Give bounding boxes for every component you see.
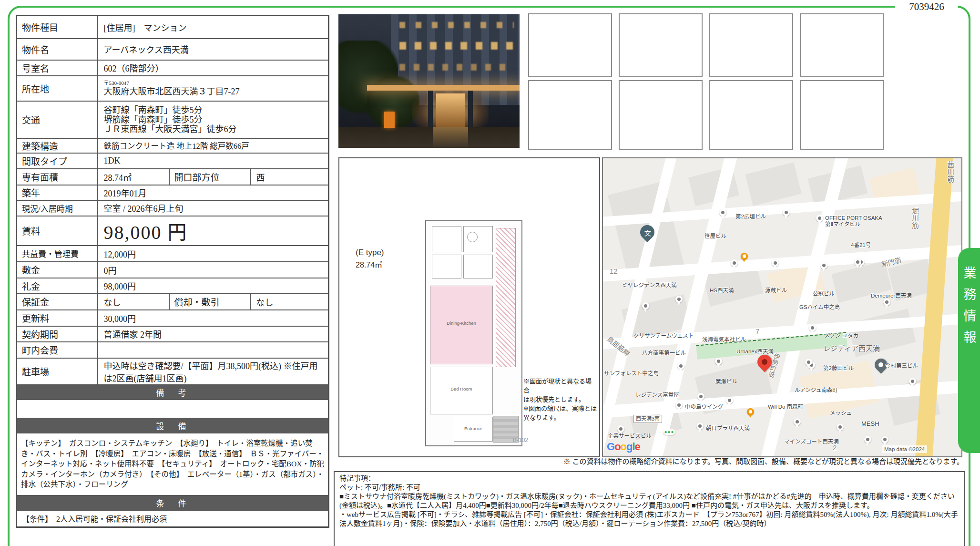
map-number-label: 7 [755, 328, 759, 334]
map-label: Will Do 南森町 [768, 404, 803, 410]
special-notes-block: 特記事項： ペット: 不可/事務所: 不可 ■ミストサウナ付浴室暖房乾燥機(ミス… [334, 471, 965, 546]
room-no-value: 602（6階部分） [98, 60, 329, 76]
map-pin [805, 359, 812, 366]
row-equipment: 【キッチン】 ガスコンロ・システムキッチン 【水廻り】 トイレ・浴室乾燥機・追い… [17, 433, 329, 495]
map-label: GSハイム中之島 [799, 304, 840, 310]
map-pin [697, 393, 704, 400]
floorplan-note: ※図面が現状と異なる場合 は現状優先とします。 ※図面の縮尺は、実際とは 異なり… [523, 377, 597, 422]
map-pin [864, 436, 871, 443]
floorplan-hall [463, 255, 493, 278]
row-town-fee: 町内会費 [17, 342, 329, 358]
map-label: 廣瀬ビル [715, 379, 737, 385]
row-access: 交通 谷町線「南森町」徒歩5分 堺筋線「南森町」徒歩5分 ＪＲ東西線「大阪天満宮… [17, 101, 329, 138]
traffic-light-icon: ●●● [663, 429, 675, 435]
conditions-header: 条 件 [17, 495, 329, 510]
photo-sign [384, 112, 395, 128]
map-pin [677, 362, 684, 370]
property-type-label: 物件種目 [17, 16, 98, 39]
floorplan-type-label: (E type) [356, 248, 384, 258]
rent-amount: 98,000 円 [104, 222, 188, 243]
floorplan-washer-icon [467, 232, 478, 242]
map-label: ルアンジュ南森町 [795, 387, 838, 393]
photo-ground [338, 127, 520, 148]
google-logo: Google [607, 441, 640, 453]
map-pin [881, 436, 888, 443]
property-table: 物件種目 [住居用] マンション 物件名 アーバネックス西天満 号室名 602（… [16, 15, 329, 528]
property-type-value: [住居用] マンション [98, 16, 329, 39]
business-info-tab[interactable]: 業務情報 [958, 248, 980, 453]
map-pin [772, 259, 779, 267]
status-value: 空室 / 2026年6月上旬 [98, 200, 329, 216]
structure-value: 鉄筋コンクリート造 地上12階 総戸数66戸 [98, 138, 329, 153]
special-notes-title: 特記事項： [339, 474, 959, 483]
photo-placeholder-box [528, 13, 612, 77]
contract-label: 契約期間 [17, 326, 98, 342]
property-name-value: アーバネックス西天満 [98, 39, 329, 60]
map-label: 笹屋ビル [704, 233, 726, 239]
map-pin [909, 378, 916, 385]
row-remarks-header: 備 考 [17, 385, 329, 400]
floorplan-drawing: Dining-Kitchen Bed Room Entrance [425, 220, 522, 446]
map-number-label: 12 [610, 268, 618, 274]
special-notes-pets: ペット: 不可/事務所: 不可 [339, 483, 959, 492]
photo-lit-windows [399, 42, 514, 50]
floorplan-bedroom: Bed Room [430, 367, 493, 414]
access-value: 谷町線「南森町」徒歩5分 堺筋線「南森町」徒歩5分 ＪＲ東西線「大阪天満宮」徒歩… [98, 101, 329, 138]
map-pin [883, 299, 890, 306]
map-pin [642, 302, 649, 309]
renewal-fee-label: 更新料 [17, 310, 98, 326]
row-common-fee: 共益費・管理費 12,000円 [17, 246, 329, 262]
area-label: 専有面積 [17, 169, 98, 185]
parking-value: 申込時は空き確認要/【平面】月38,500円(税込) ※住戸用は2区画(店舗用1… [98, 358, 329, 385]
town-fee-label: 町内会費 [17, 342, 98, 358]
map-pin [783, 209, 790, 216]
floorplan-toilet [432, 255, 461, 278]
photo-light-reflection [433, 127, 468, 148]
photo-lit-windows [399, 64, 514, 71]
map-pin [816, 215, 823, 222]
rent-label: 賃料 [17, 216, 98, 246]
rent-value: 98,000 円 [98, 216, 329, 246]
map-label: 中の島ウイング [685, 404, 724, 410]
restaurant-pin: Ψ [741, 253, 748, 260]
room-no-label: 号室名 [17, 60, 98, 76]
map-label: Urbanex西天満 [736, 349, 774, 355]
row-conditions: 【条件】 2人入居可能・保証会社利用必須 [17, 510, 329, 527]
map-pin [794, 418, 801, 425]
map-label: OFFICE PORT OSAKA 第Ⅱマイタビル [825, 215, 882, 227]
floorplan-unit-number: B-102 [513, 437, 528, 443]
disclaimer-notice: ※ この資料は物件の概略紹介資料になります。写真、間取図面、設備、概要などが現況… [334, 456, 964, 466]
floorplan-dk-label: Dining-Kitchen [430, 320, 492, 326]
row-layout: 間取タイプ 1DK [17, 153, 329, 169]
map-pin [854, 258, 861, 266]
row-rent: 賃料 98,000 円 [17, 216, 329, 246]
property-name-label: 物件名 [17, 39, 98, 60]
layout-value: 1DK [98, 153, 329, 169]
location-map: 文 Ψ Ψ ●●● 第2広垣ビル 笹屋ビル OFFICE PO [602, 157, 962, 457]
opening-direction-label: 開口部方位 [169, 169, 250, 185]
map-label: MESH [861, 421, 879, 427]
area-value: 28.74㎡ [98, 169, 169, 185]
map-label: 八方商事第一ビル [642, 350, 686, 356]
parking-label: 駐車場 [17, 358, 98, 385]
floorplan-entrance-label: Entrance [454, 426, 492, 431]
row-key-money: 礼金 98,000円 [17, 278, 329, 294]
row-property-type: 物件種目 [住居用] マンション [17, 16, 329, 39]
row-built: 築年 2019年01月 [17, 185, 329, 200]
map-label: 企業サービスビル [608, 433, 652, 439]
map-building [745, 162, 801, 206]
map-label: レジディア西天満 [823, 345, 880, 351]
map-pin [675, 402, 683, 409]
town-fee-value [98, 342, 329, 358]
row-deposit: 敷金 0円 [17, 262, 329, 278]
row-parking: 駐車場 申込時は空き確認要/【平面】月38,500円(税込) ※住戸用は2区画(… [17, 358, 329, 385]
row-property-name: 物件名 アーバネックス西天満 [17, 39, 329, 60]
key-money-label: 礼金 [17, 278, 98, 294]
photo-pillar [468, 91, 473, 129]
map-label: 第2広垣ビル [735, 214, 766, 220]
map-label: サンフォレスト中之島 [604, 371, 659, 377]
map-pin [726, 397, 733, 404]
map-label: 源蔵ビル [765, 288, 787, 294]
property-sheet-page: 7039426 業務情報 物件種目 [住居用] マンション 物件名 アーバネック… [0, 0, 980, 546]
photo-placeholder-box [800, 13, 884, 77]
